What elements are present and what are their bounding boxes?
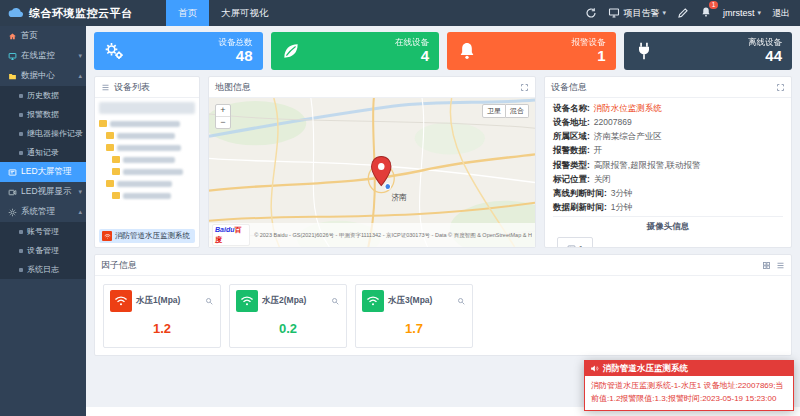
sidebar-item-online-monitoring[interactable]: 在线监控 ▾ <box>0 46 86 66</box>
sidebar-item-led-video-display[interactable]: LED视屏显示 ▾ <box>0 182 86 202</box>
active-device-label: 消防管道水压监测系统 <box>115 231 190 241</box>
sidebar-item-system-management[interactable]: 系统管理 ▴ <box>0 202 86 222</box>
folder-icon <box>8 72 17 81</box>
sidebar-item-home[interactable]: 首页 <box>0 26 86 46</box>
sidebar-item-device-management[interactable]: 设备管理 <box>0 241 86 260</box>
baidu-map[interactable]: 济南 + − 卫星 混合 Baidu百度 © 2023 Baidu - GS(2… <box>209 98 535 247</box>
alarm-popup-title: 消防管道水压监测系统 <box>603 363 688 375</box>
grid-view-icon[interactable] <box>762 261 771 270</box>
sidebar-item-alarm-data[interactable]: 报警数据 <box>0 105 86 124</box>
list-icon <box>101 83 110 92</box>
tree-item-blurred[interactable] <box>99 120 195 127</box>
sidebar-item-account-management[interactable]: 账号管理 <box>0 222 86 241</box>
expand-icon[interactable] <box>776 83 785 92</box>
info-row-device-address: 设备地址: 22007869 <box>553 117 783 128</box>
sidebar-item-label: 系统日志 <box>27 264 59 275</box>
panel-title: 地图信息 <box>215 81 251 94</box>
stat-label: 在线设备 <box>395 37 429 47</box>
stat-label: 设备总数 <box>219 37 253 47</box>
sidebar-item-system-logs[interactable]: 系统日志 <box>0 260 86 279</box>
tree-item-blurred[interactable] <box>99 168 195 175</box>
stat-value: 48 <box>219 47 253 64</box>
sidebar-item-label: 报警数据 <box>27 109 59 120</box>
logout-button[interactable]: 退出 <box>772 7 790 20</box>
project-alarm-dropdown[interactable]: 项目告警 ▾ <box>608 7 666 20</box>
zoom-in-button[interactable]: + <box>216 105 230 117</box>
leaf-icon <box>281 41 301 61</box>
alarm-popup-message: 消防管道水压监测系统-1-水压1 设备地址:22007869;当前值:1.2报警… <box>585 376 793 410</box>
factor-card-pressure-2[interactable]: 水压2(Mpa) 0.2 <box>229 284 347 348</box>
logo-cloud-icon <box>8 7 24 19</box>
device-info-header: 设备信息 <box>545 77 791 98</box>
sidebar-item-label: 继电器操作记录 <box>27 128 83 139</box>
user-dropdown[interactable]: jmrstest ▾ <box>723 8 761 18</box>
folder-icon <box>112 156 120 163</box>
stat-label: 离线设备 <box>748 37 782 47</box>
refresh-icon[interactable] <box>585 7 597 19</box>
stats-row: 设备总数 48 在线设备 4 报警设备 1 <box>94 32 792 70</box>
map-dot-marker[interactable] <box>385 184 391 190</box>
list-view-icon[interactable] <box>776 261 785 270</box>
tree-item-blurred[interactable] <box>99 180 195 187</box>
screen-icon <box>608 7 620 19</box>
sidebar-item-history-data[interactable]: 历史数据 <box>0 86 86 105</box>
plug-icon <box>634 41 654 61</box>
bullet-icon <box>19 151 23 155</box>
magnifier-icon[interactable] <box>331 297 340 306</box>
factor-info-header: 因子信息 <box>95 255 791 276</box>
signal-icon <box>110 290 132 312</box>
project-alarm-label: 项目告警 <box>623 7 659 20</box>
device-tree[interactable]: 消防管道水压监测系统 <box>95 98 199 247</box>
folder-icon <box>106 144 114 151</box>
bullet-icon <box>19 94 23 98</box>
folder-icon <box>106 180 114 187</box>
sidebar-item-led-screen-management[interactable]: LED大屏管理 <box>0 162 86 182</box>
factor-info-panel: 因子信息 水压1(Mpa) <box>94 254 792 356</box>
tree-item-blurred[interactable] <box>99 144 195 151</box>
sidebar-item-relay-records[interactable]: 继电器操作记录 <box>0 124 86 143</box>
stat-card-offline-devices: 离线设备 44 <box>624 32 793 70</box>
notification-bell[interactable]: 1 <box>700 6 712 20</box>
satellite-button[interactable]: 卫星 <box>482 104 506 118</box>
notification-badge: 1 <box>709 1 718 9</box>
factor-value: 1.7 <box>362 321 466 336</box>
stat-card-online-devices: 在线设备 4 <box>271 32 440 70</box>
panel-title: 设备列表 <box>114 81 150 94</box>
folder-icon <box>106 132 114 139</box>
sidebar-item-label: 在线监控 <box>21 50 55 62</box>
device-list-panel: 设备列表 消防管道水压监测系统 <box>94 76 200 248</box>
camera-channel-button[interactable]: 1 <box>557 237 593 247</box>
chevron-up-icon: ▴ <box>78 208 82 216</box>
map-zoom-control: + − <box>215 104 231 129</box>
chevron-up-icon: ▴ <box>78 72 82 80</box>
device-list-header: 设备列表 <box>95 77 199 98</box>
middle-row: 设备列表 消防管道水压监测系统 <box>94 76 792 248</box>
hybrid-button[interactable]: 混合 <box>506 104 529 118</box>
expand-icon[interactable] <box>520 83 529 92</box>
signal-icon <box>102 231 112 241</box>
info-row-alarm-type: 报警类型: 高限报警,超限报警,联动报警 <box>553 160 783 171</box>
factor-card-pressure-3[interactable]: 水压3(Mpa) 1.7 <box>355 284 473 348</box>
factor-card-pressure-1[interactable]: 水压1(Mpa) 1.2 <box>103 284 221 348</box>
nav-bigscreen[interactable]: 大屏可视化 <box>209 0 281 26</box>
tree-item-blurred[interactable] <box>99 192 195 199</box>
tree-item-blurred[interactable] <box>99 132 195 139</box>
sidebar-item-data-center[interactable]: 数据中心 ▴ <box>0 66 86 86</box>
zoom-out-button[interactable]: − <box>216 117 230 128</box>
camera-channel-number: 1 <box>579 244 583 248</box>
magnifier-icon[interactable] <box>457 297 466 306</box>
panel-title: 设备信息 <box>551 81 587 94</box>
led-screen-icon <box>8 168 17 177</box>
alarm-popup[interactable]: 消防管道水压监测系统 消防管道水压监测系统-1-水压1 设备地址:2200786… <box>584 360 794 411</box>
gear-icon <box>8 208 17 217</box>
magnifier-icon[interactable] <box>205 297 214 306</box>
sidebar-item-notification-records[interactable]: 通知记录 <box>0 143 86 162</box>
device-tree-item-active[interactable]: 消防管道水压监测系统 <box>99 229 195 243</box>
baidu-logo: Baidu百度 <box>212 224 250 246</box>
edit-icon[interactable] <box>677 7 689 19</box>
factor-name: 水压1(Mpa) <box>136 295 180 307</box>
stat-value: 4 <box>395 47 429 64</box>
factor-value: 1.2 <box>110 321 214 336</box>
tree-item-blurred[interactable] <box>99 156 195 163</box>
nav-home[interactable]: 首页 <box>166 0 209 26</box>
